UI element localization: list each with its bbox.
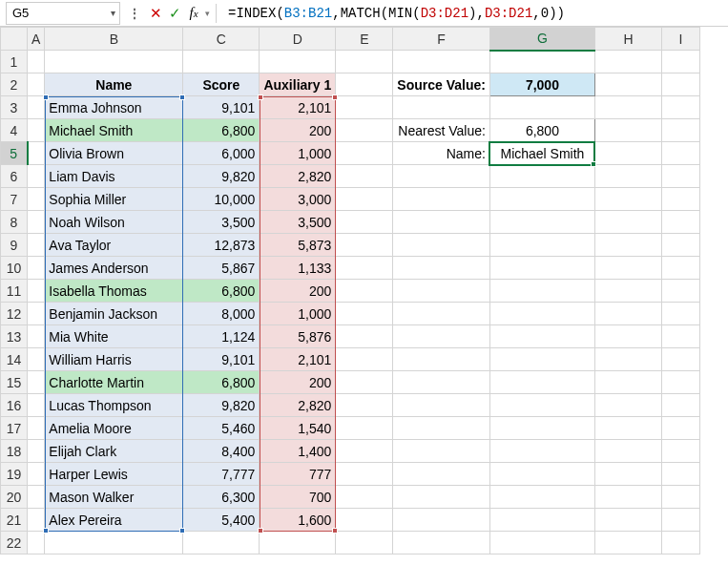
cell-A5[interactable] <box>28 142 45 165</box>
cell-A2[interactable] <box>28 73 45 96</box>
cell-D17[interactable]: 1,540 <box>260 417 336 440</box>
formula-input[interactable]: =INDEX(B3:B21,MATCH(MIN(D3:D21),D3:D21,0… <box>222 6 728 21</box>
row-header-20[interactable]: 20 <box>1 486 28 509</box>
cell-F19[interactable] <box>393 463 490 486</box>
cell-B14[interactable]: William Harris <box>45 348 183 371</box>
cell-A16[interactable] <box>28 394 45 417</box>
cell-A6[interactable] <box>28 165 45 188</box>
cell-H2[interactable] <box>594 73 661 96</box>
cell-D11[interactable]: 200 <box>260 280 336 303</box>
cell-H21[interactable] <box>594 509 661 532</box>
cell-D21[interactable]: 1,600 <box>260 509 336 532</box>
row-header-19[interactable]: 19 <box>1 463 28 486</box>
cell-F8[interactable] <box>393 211 490 234</box>
cell-E5[interactable] <box>336 142 393 165</box>
cell-E10[interactable] <box>336 257 393 280</box>
cell-B3[interactable]: Emma Johnson <box>45 96 183 119</box>
cell-D19[interactable]: 777 <box>260 463 336 486</box>
cell-C6[interactable]: 9,820 <box>183 165 260 188</box>
cell-F18[interactable] <box>393 440 490 463</box>
cell-D10[interactable]: 1,133 <box>260 257 336 280</box>
cell-E6[interactable] <box>336 165 393 188</box>
cell-F21[interactable] <box>393 509 490 532</box>
column-header-C[interactable]: C <box>183 28 260 51</box>
cell-C3[interactable]: 9,101 <box>183 96 260 119</box>
cell-I6[interactable] <box>661 165 699 188</box>
cell-E18[interactable] <box>336 440 393 463</box>
cell-I14[interactable] <box>661 348 699 371</box>
cell-B13[interactable]: Mia White <box>45 325 183 348</box>
cell-E20[interactable] <box>336 486 393 509</box>
column-header-A[interactable]: A <box>28 28 45 51</box>
cell-F16[interactable] <box>393 394 490 417</box>
cell-H16[interactable] <box>594 394 661 417</box>
cell-D7[interactable]: 3,000 <box>260 188 336 211</box>
cell-C7[interactable]: 10,000 <box>183 188 260 211</box>
cell-C9[interactable]: 12,873 <box>183 234 260 257</box>
cell-F3[interactable] <box>393 96 490 119</box>
row-header-21[interactable]: 21 <box>1 509 28 532</box>
cell-G1[interactable] <box>489 51 594 73</box>
cell-H19[interactable] <box>594 463 661 486</box>
cell-C15[interactable]: 6,800 <box>183 371 260 394</box>
cell-I13[interactable] <box>661 325 699 348</box>
cell-B2[interactable]: Name <box>45 73 183 96</box>
cell-A10[interactable] <box>28 257 45 280</box>
row-header-22[interactable]: 22 <box>1 532 28 555</box>
cell-B4[interactable]: Michael Smith <box>45 119 183 142</box>
column-header-E[interactable]: E <box>336 28 393 51</box>
cell-A20[interactable] <box>28 486 45 509</box>
row-header-11[interactable]: 11 <box>1 280 28 303</box>
cell-G16[interactable] <box>489 394 594 417</box>
cell-A13[interactable] <box>28 325 45 348</box>
cell-A15[interactable] <box>28 371 45 394</box>
cell-C19[interactable]: 7,777 <box>183 463 260 486</box>
accept-formula-button[interactable]: ✓ <box>165 5 184 22</box>
row-header-6[interactable]: 6 <box>1 165 28 188</box>
cell-G2[interactable]: 7,000 <box>489 73 594 96</box>
column-header-G[interactable]: G <box>489 28 594 51</box>
cell-E12[interactable] <box>336 303 393 325</box>
cell-H6[interactable] <box>594 165 661 188</box>
cell-I12[interactable] <box>661 303 699 325</box>
cell-D13[interactable]: 5,876 <box>260 325 336 348</box>
cell-H20[interactable] <box>594 486 661 509</box>
cell-D9[interactable]: 5,873 <box>260 234 336 257</box>
cell-B7[interactable]: Sophia Miller <box>45 188 183 211</box>
cell-B8[interactable]: Noah Wilson <box>45 211 183 234</box>
cell-G13[interactable] <box>489 325 594 348</box>
worksheet[interactable]: ABCDEFGHI 12NameScoreAuxiliary 1Source V… <box>0 27 728 555</box>
cell-D18[interactable]: 1,400 <box>260 440 336 463</box>
cell-F5[interactable]: Name: <box>393 142 490 165</box>
cell-B15[interactable]: Charlotte Martin <box>45 371 183 394</box>
cell-A22[interactable] <box>28 532 45 555</box>
cancel-formula-button[interactable]: ✕ <box>146 5 165 22</box>
cell-H18[interactable] <box>594 440 661 463</box>
cell-G8[interactable] <box>489 211 594 234</box>
cell-G17[interactable] <box>489 417 594 440</box>
cell-B20[interactable]: Mason Walker <box>45 486 183 509</box>
row-header-12[interactable]: 12 <box>1 303 28 325</box>
column-header-B[interactable]: B <box>45 28 183 51</box>
cell-H3[interactable] <box>594 96 661 119</box>
cell-C14[interactable]: 9,101 <box>183 348 260 371</box>
cell-C10[interactable]: 5,867 <box>183 257 260 280</box>
cell-I1[interactable] <box>661 51 699 73</box>
row-header-15[interactable]: 15 <box>1 371 28 394</box>
cell-E19[interactable] <box>336 463 393 486</box>
cell-C21[interactable]: 5,400 <box>183 509 260 532</box>
cell-C12[interactable]: 8,000 <box>183 303 260 325</box>
cell-F13[interactable] <box>393 325 490 348</box>
row-header-8[interactable]: 8 <box>1 211 28 234</box>
cell-G21[interactable] <box>489 509 594 532</box>
cell-H12[interactable] <box>594 303 661 325</box>
cell-A1[interactable] <box>28 51 45 73</box>
chevron-down-icon[interactable]: ▾ <box>205 9 210 18</box>
select-all-corner[interactable] <box>1 28 28 51</box>
cell-C2[interactable]: Score <box>183 73 260 96</box>
cell-E9[interactable] <box>336 234 393 257</box>
cell-I9[interactable] <box>661 234 699 257</box>
cell-I10[interactable] <box>661 257 699 280</box>
cell-A21[interactable] <box>28 509 45 532</box>
row-header-4[interactable]: 4 <box>1 119 28 142</box>
